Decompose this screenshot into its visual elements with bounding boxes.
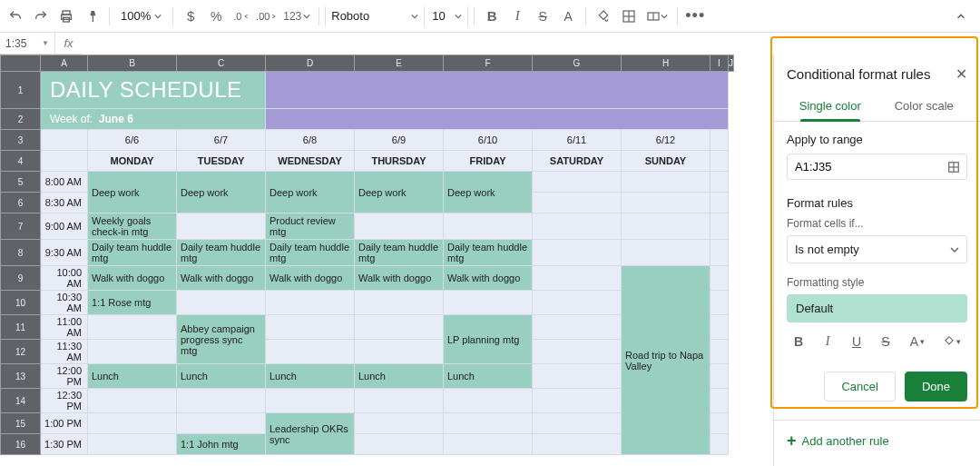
- grid-icon[interactable]: [947, 161, 960, 174]
- percent-button[interactable]: %: [204, 5, 228, 28]
- cell[interactable]: [266, 109, 729, 130]
- add-rule-button[interactable]: + Add another rule: [774, 420, 980, 451]
- fill-color-button[interactable]: ▾: [937, 330, 966, 353]
- print-button[interactable]: [54, 5, 78, 28]
- cell[interactable]: [710, 413, 729, 434]
- cell[interactable]: [710, 213, 729, 240]
- col-header[interactable]: B: [88, 55, 177, 72]
- cell[interactable]: THURSDAY: [355, 151, 444, 172]
- cell[interactable]: [710, 389, 729, 413]
- cell[interactable]: 1:1 Rose mtg: [88, 291, 177, 315]
- cell[interactable]: Deep work: [177, 172, 266, 213]
- cell[interactable]: Deep work: [355, 172, 444, 213]
- merge-cells-button[interactable]: [642, 5, 671, 28]
- cancel-button[interactable]: Cancel: [824, 372, 895, 402]
- zoom-dropdown[interactable]: 100%: [115, 9, 167, 23]
- cell[interactable]: [444, 434, 533, 455]
- cell[interactable]: [355, 315, 444, 340]
- cell[interactable]: [177, 389, 266, 413]
- cell[interactable]: [88, 315, 177, 340]
- underline-button[interactable]: U: [845, 330, 868, 353]
- tab-single-color[interactable]: Single color: [783, 92, 877, 121]
- cell[interactable]: [533, 413, 622, 434]
- cell[interactable]: [533, 364, 622, 389]
- cell[interactable]: [444, 413, 533, 434]
- cell[interactable]: Walk with doggo: [444, 266, 533, 291]
- cell[interactable]: Daily team huddle mtg: [266, 240, 355, 266]
- row-header[interactable]: 2: [1, 109, 41, 130]
- cell[interactable]: [622, 213, 710, 240]
- cell[interactable]: Lunch: [88, 364, 177, 389]
- more-toolbar-button[interactable]: •••: [683, 5, 707, 28]
- cell[interactable]: [710, 291, 729, 315]
- cell[interactable]: 6/6: [88, 130, 177, 151]
- range-input-row[interactable]: [787, 154, 967, 180]
- text-color-button[interactable]: A▾: [903, 330, 932, 353]
- cell[interactable]: [710, 266, 729, 291]
- cell[interactable]: 10:30 AM: [41, 291, 88, 315]
- cell[interactable]: [533, 291, 622, 315]
- font-dropdown[interactable]: Roboto: [325, 6, 425, 26]
- cell[interactable]: 9:00 AM: [41, 213, 88, 240]
- cell[interactable]: 6/9: [355, 130, 444, 151]
- cell[interactable]: [177, 213, 266, 240]
- cell[interactable]: Road trip to Napa Valley: [622, 266, 710, 455]
- collapse-toolbar-button[interactable]: [949, 5, 973, 28]
- bold-button[interactable]: B: [787, 330, 810, 353]
- cell[interactable]: Lunch: [177, 364, 266, 389]
- row-header[interactable]: 16: [1, 434, 41, 455]
- redo-button[interactable]: [29, 5, 53, 28]
- cell[interactable]: 10:00 AM: [41, 266, 88, 291]
- more-formats-dropdown[interactable]: 123: [280, 5, 313, 28]
- cell[interactable]: [266, 340, 355, 364]
- cell[interactable]: Daily team huddle mtg: [444, 240, 533, 266]
- title-cell[interactable]: DAILY SCHEDULE: [41, 72, 266, 109]
- cell[interactable]: Walk with doggo: [177, 266, 266, 291]
- tab-color-scale[interactable]: Color scale: [877, 92, 972, 121]
- paint-format-button[interactable]: [80, 5, 103, 28]
- row-header[interactable]: 8: [1, 240, 41, 266]
- fill-color-button[interactable]: [592, 5, 615, 28]
- cell[interactable]: Abbey campaign progress sync mtg: [177, 315, 266, 364]
- cell[interactable]: [710, 434, 729, 455]
- cell[interactable]: [533, 213, 622, 240]
- cell[interactable]: [710, 340, 729, 364]
- cell[interactable]: [88, 389, 177, 413]
- cell[interactable]: [41, 130, 88, 151]
- cell[interactable]: Lunch: [355, 364, 444, 389]
- increase-decimal-button[interactable]: .00: [255, 5, 279, 28]
- col-header[interactable]: H: [622, 55, 710, 72]
- select-all-corner[interactable]: [1, 55, 41, 72]
- cell[interactable]: [444, 389, 533, 413]
- cell[interactable]: [177, 291, 266, 315]
- row-header[interactable]: 5: [1, 172, 41, 193]
- row-header[interactable]: 7: [1, 213, 41, 240]
- condition-dropdown[interactable]: Is not empty: [787, 235, 967, 263]
- cell[interactable]: [533, 315, 622, 340]
- undo-button[interactable]: [4, 5, 27, 28]
- strikethrough-button[interactable]: S: [531, 5, 554, 28]
- col-header[interactable]: I: [710, 55, 729, 72]
- cell[interactable]: [710, 193, 729, 213]
- row-header[interactable]: 3: [1, 130, 41, 151]
- cell[interactable]: Product review mtg: [266, 213, 355, 240]
- cell[interactable]: [88, 340, 177, 364]
- cell[interactable]: Daily team huddle mtg: [355, 240, 444, 266]
- cell[interactable]: [710, 315, 729, 340]
- cell[interactable]: 6/12: [622, 130, 710, 151]
- cell[interactable]: [88, 413, 177, 434]
- row-header[interactable]: 14: [1, 389, 41, 413]
- cell[interactable]: Walk with doggo: [88, 266, 177, 291]
- cell[interactable]: 6/11: [533, 130, 622, 151]
- col-header[interactable]: C: [177, 55, 266, 72]
- cell[interactable]: 6/7: [177, 130, 266, 151]
- cell[interactable]: Deep work: [444, 172, 533, 213]
- cell[interactable]: Daily team huddle mtg: [88, 240, 177, 266]
- cell[interactable]: Walk with doggo: [266, 266, 355, 291]
- cell[interactable]: [622, 240, 710, 266]
- col-header[interactable]: E: [355, 55, 444, 72]
- cell[interactable]: [622, 172, 710, 193]
- cell[interactable]: MONDAY: [88, 151, 177, 172]
- strikethrough-button[interactable]: S: [874, 330, 897, 353]
- cell[interactable]: Deep work: [266, 172, 355, 213]
